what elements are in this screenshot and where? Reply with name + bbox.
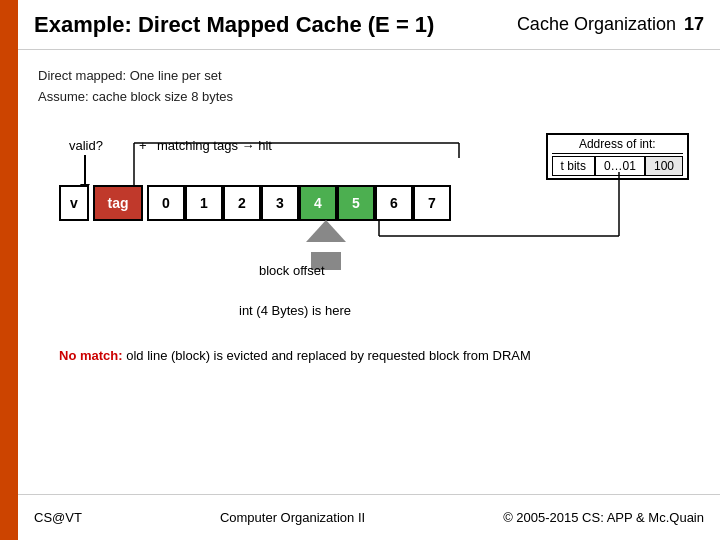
subtitle: Direct mapped: One line per set Assume: … — [38, 66, 700, 108]
cell-5: 5 — [337, 185, 375, 221]
cache-row: v tag 0 1 2 3 4 5 6 7 — [59, 185, 451, 221]
subtitle-line2: Assume: cache block size 8 bytes — [38, 87, 700, 108]
page-title: Example: Direct Mapped Cache (E = 1) — [34, 12, 434, 38]
cell-3: 3 — [261, 185, 299, 221]
plus-sign: + — [139, 138, 147, 153]
cell-1: 1 — [185, 185, 223, 221]
header-right: Cache Organization 17 — [517, 14, 704, 35]
address-cells: t bits 0…01 100 — [552, 156, 683, 176]
block-offset-label: block offset — [259, 263, 325, 278]
arrow-head — [306, 220, 346, 242]
matching-tags-label: matching tags → hit — [157, 138, 272, 153]
int-label: int (4 Bytes) is here — [239, 303, 351, 318]
header: Example: Direct Mapped Cache (E = 1) Cac… — [18, 0, 720, 50]
addr-cell-middle: 0…01 — [595, 156, 645, 176]
data-cells: 0 1 2 3 4 5 6 7 — [147, 185, 451, 221]
footer-center: Computer Organization II — [220, 510, 365, 525]
main-content: Direct mapped: One line per set Assume: … — [18, 50, 720, 490]
cell-v: v — [59, 185, 89, 221]
addr-cell-tbits: t bits — [552, 156, 595, 176]
cell-0: 0 — [147, 185, 185, 221]
cell-6: 6 — [375, 185, 413, 221]
address-box: Address of int: t bits 0…01 100 — [546, 133, 689, 180]
cell-7: 7 — [413, 185, 451, 221]
valid-arrow — [84, 155, 86, 185]
diagram: valid? + matching tags → hit Address of … — [39, 128, 699, 408]
no-match-keyword: No match: — [59, 348, 123, 363]
no-match-text: old line (block) is evicted and replaced… — [123, 348, 531, 363]
no-match-section: No match: old line (block) is evicted an… — [59, 348, 699, 363]
cell-2: 2 — [223, 185, 261, 221]
org-number: 17 — [684, 14, 704, 35]
left-bar — [0, 0, 18, 540]
org-label: Cache Organization — [517, 14, 676, 35]
address-title: Address of int: — [552, 137, 683, 154]
footer: CS@VT Computer Organization II © 2005-20… — [18, 494, 720, 540]
valid-label: valid? — [69, 138, 103, 153]
cell-tag: tag — [93, 185, 143, 221]
addr-cell-last: 100 — [645, 156, 683, 176]
cell-4: 4 — [299, 185, 337, 221]
subtitle-line1: Direct mapped: One line per set — [38, 66, 700, 87]
footer-right: © 2005-2015 CS: APP & Mc.Quain — [503, 510, 704, 525]
footer-left: CS@VT — [34, 510, 82, 525]
